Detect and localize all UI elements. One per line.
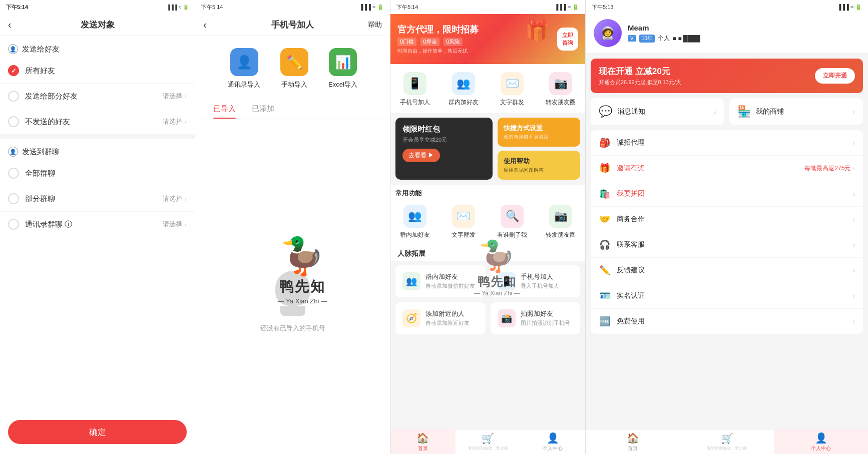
feature-broadcast-label2: 文字群发 — [452, 231, 476, 239]
all-groups-radio[interactable] — [8, 168, 19, 179]
messages-label: 消息通知 — [617, 107, 709, 116]
invite-icon: 🎁 — [599, 163, 611, 174]
bottom-nav-p3: 🏠 首页 🛒 青帘原创修改，禁止截 👤 个人中心 — [390, 429, 585, 454]
back-button-p2[interactable]: ‹ — [203, 19, 207, 31]
p4-nav-home[interactable]: 🏠 首页 — [586, 429, 680, 454]
free-label: 免费使用 — [617, 317, 852, 326]
panel2-content: 还没有已导入的手机号 🦆 鸭先知 — Ya Xian Zhi — — [195, 119, 390, 454]
tab-added[interactable]: 已添加 — [244, 99, 282, 119]
profile-icon-p3: 👤 — [547, 432, 559, 444]
partial-groups-radio[interactable] — [8, 193, 19, 204]
my-shop-action[interactable]: 🏪 我的商铺 › — [729, 98, 863, 125]
hongbao-btn[interactable]: 去看看 ▶ — [402, 149, 440, 162]
contacts-groups-option[interactable]: 通讯录群聊 ⓘ 请选择 › — [0, 212, 195, 237]
avatar-row: 🧑‍🚀 Meam V 10年 个人 ■ ■ ████ — [594, 19, 860, 47]
menu-group-buy[interactable]: 🛍️ 我要拼团 › — [591, 181, 863, 207]
network-group-desc: 自动添加微信群好友 — [425, 282, 479, 290]
support-icon: 🎧 — [599, 239, 611, 250]
feature-moments-icon2: 📷 — [549, 205, 572, 228]
contacts-import-label: 通讯录导入 — [228, 80, 260, 89]
exclude-friends-radio[interactable] — [8, 116, 19, 127]
p4-nav-cart[interactable]: 🛒 青帘原创修改，禁止截 — [680, 429, 774, 454]
ghost-figure — [275, 271, 310, 306]
network-photo-desc: 图片拍照识别手机号 — [521, 319, 574, 327]
messages-action[interactable]: 💬 消息通知 › — [591, 98, 724, 125]
network-photo[interactable]: 📸 拍照加好友 图片拍照识别手机号 — [491, 302, 581, 334]
help-card[interactable]: 使用帮助 应用常见问题解答 — [498, 151, 581, 180]
confirm-button[interactable]: 确定 — [8, 420, 187, 444]
p4-home-label: 首页 — [628, 445, 638, 452]
feature-moments[interactable]: 📷 转发朋友圈 — [537, 72, 585, 107]
manual-import-label: 手动导入 — [281, 80, 307, 89]
network-nearby-info: 添加附近的人 自动添加附近好友 — [425, 309, 479, 327]
network-phone-desc: 导入手机号加人 — [521, 282, 574, 290]
feature-group-label2: 群内加好友 — [400, 231, 430, 239]
my-shop-icon: 🏪 — [737, 105, 751, 118]
network-nearby[interactable]: 🧭 添加附近的人 自动添加附近好友 — [395, 302, 486, 334]
menu-feedback[interactable]: ✏️ 反馈建议 › — [591, 258, 863, 283]
copyright-p3: 青帘原创修改，禁止截 — [468, 445, 508, 451]
home-icon-p3: 🏠 — [416, 432, 429, 444]
feedback-icon: ✏️ — [599, 265, 611, 276]
help-title: 使用帮助 — [504, 157, 575, 166]
partial-friends-label: 发送给部分好友 — [25, 92, 163, 101]
friends-section-title: 发送给好友 — [22, 45, 60, 54]
network-section-title: 人脉拓展 — [390, 244, 585, 261]
contacts-import-icon: 👤 — [230, 48, 258, 76]
profile-label-p3: 个人中心 — [543, 445, 563, 452]
group-buy-icon: 🛍️ — [599, 188, 611, 199]
menu-verify[interactable]: 🪪 实名认证 › — [591, 283, 863, 309]
contacts-import[interactable]: 👤 通讯录导入 — [228, 48, 260, 89]
group-buy-chevron: › — [852, 190, 855, 198]
manual-import[interactable]: ✏️ 手动导入 — [280, 48, 308, 89]
menu-business[interactable]: 🤝 商务合作 › — [591, 207, 863, 232]
menu-free[interactable]: 🆓 免费使用 › — [591, 309, 863, 334]
network-phone[interactable]: 📱 手机号加人 导入手机号加人 — [491, 265, 581, 297]
partial-friends-radio[interactable] — [8, 91, 19, 102]
membership-banner[interactable]: 现在开通 立减20元 开通会员26.99元起,低至0.13元/天 立即开通 — [591, 59, 863, 93]
excel-import[interactable]: 📊 Excel导入 — [328, 48, 357, 89]
tab-imported[interactable]: 已导入 — [205, 99, 244, 119]
feature-moments2[interactable]: 📷 转发朋友圈 — [537, 205, 585, 239]
feature-group-add[interactable]: 👥 群内加好友 — [439, 72, 488, 107]
membership-title: 现在开通 立减20元 — [599, 66, 681, 77]
contacts-groups-radio[interactable] — [8, 219, 19, 230]
back-button-p1[interactable]: ‹ — [8, 19, 12, 31]
time-p3: 下午5:14 — [396, 4, 418, 11]
network-group-add[interactable]: 👥 群内加好友 自动添加微信群好友 — [395, 265, 486, 297]
network-grid: 👥 群内加好友 自动添加微信群好友 📱 手机号加人 导入手机号加人 🧭 添加附近… — [390, 261, 585, 338]
menu-support[interactable]: 🎧 联系客服 › — [591, 232, 863, 258]
feature-moments-label: 转发朋友圈 — [546, 98, 576, 107]
ad-banner[interactable]: 官方代理，限时招募 0门槛 0押金 0风险 时间自由，操作简单，售后无忧 立即咨… — [390, 14, 585, 64]
partial-groups-option[interactable]: 部分群聊 请选择 › — [0, 186, 195, 212]
feature-phone-add[interactable]: 📱 手机号加人 — [390, 72, 439, 107]
empty-text: 还没有已导入的手机号 — [260, 324, 325, 333]
partial-groups-select: 请选择 — [163, 194, 182, 203]
banner-cta-btn[interactable]: 立即咨询 — [557, 28, 578, 51]
partial-friends-option[interactable]: 发送给部分好友 请选择 › — [0, 84, 195, 109]
feature-deleted[interactable]: 🔍 看谁删了我 — [488, 205, 537, 239]
menu-agent[interactable]: 🎒 诚招代理 › — [591, 130, 863, 156]
nav-cart-p3[interactable]: 🛒 青帘原创修改，禁止截 — [456, 429, 521, 454]
contacts-groups-chevron: › — [184, 220, 187, 228]
feature-broadcast[interactable]: ✉️ 文字群发 — [488, 72, 537, 107]
business-chevron: › — [852, 215, 855, 223]
all-friends-radio[interactable] — [8, 65, 19, 76]
menu-list: 🎒 诚招代理 › 🎁 邀请有奖 每笔最高返275元 › 🛍️ 我要拼团 › 🤝 … — [591, 130, 863, 334]
feature-grid-common: 👥 群内加好友 ✉️ 文字群发 🔍 看谁删了我 📷 转发朋友圈 — [390, 198, 585, 244]
nav-profile-p3[interactable]: 👤 个人中心 — [520, 429, 585, 454]
feature-broadcast-icon: ✉️ — [501, 72, 524, 95]
group-buy-label: 我要拼团 — [617, 189, 852, 198]
feature-group-add2[interactable]: 👥 群内加好友 — [390, 205, 439, 239]
menu-invite[interactable]: 🎁 邀请有奖 每笔最高返275元 › — [591, 156, 863, 181]
exclude-friends-option[interactable]: 不发送的好友 请选择 › — [0, 109, 195, 135]
feature-broadcast2[interactable]: ✉️ 文字群发 — [439, 205, 488, 239]
nav-home-p3[interactable]: 🏠 首页 — [390, 429, 456, 454]
quick-settings-card[interactable]: 快捷方式设置 双击首屏键开启权限 — [498, 118, 581, 147]
help-link[interactable]: 帮助 — [368, 21, 382, 30]
all-groups-option[interactable]: 全部群聊 — [0, 161, 195, 186]
membership-cta-btn[interactable]: 立即开通 — [815, 68, 855, 84]
hongbao-card[interactable]: 领限时红包 开会员享立减20元 去看看 ▶ — [395, 118, 493, 180]
p4-nav-profile[interactable]: 👤 个人中心 — [774, 429, 868, 454]
all-friends-option[interactable]: 所有好友 — [0, 58, 195, 84]
